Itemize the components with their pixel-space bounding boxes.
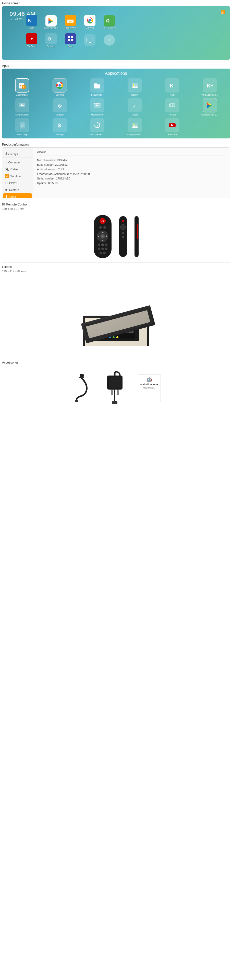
section-home-label: Home screen [0,0,232,6]
home-app-tv[interactable] [81,32,99,49]
home-app-filebrowser[interactable]: 📁 FileBrowser [61,13,80,30]
manual-subtitle-text: User Manual [144,387,155,389]
home-app-googleplay[interactable]: Google Play Store [42,13,60,30]
sidebar-item-about[interactable]: ℹ About [3,193,32,198]
sidebar-item-restore[interactable]: ↺ Restore [2,186,33,193]
android-logo: 🤖 [147,377,152,382]
giftbox-dims: 175 x 114 x 62 mm [2,270,230,273]
manual-title-text: Android TV BOX [140,383,158,386]
svg-rect-83 [117,390,119,395]
app-filebrowser[interactable]: FileBrowser [80,78,115,96]
home-app-apps[interactable]: Apps [61,32,80,49]
cable-icon: 🔌 [5,167,9,171]
apps-grid: APK+ AppInstaller Chrome [5,78,227,136]
sidebar-item-common[interactable]: ≡ Common [2,159,33,166]
home-app-kodi[interactable]: K Kodi [22,13,41,30]
wireless-label: Wireless [10,175,21,178]
svg-rect-79 [75,400,78,402]
svg-text:K: K [170,83,174,89]
about-header: About [37,150,226,156]
sidebar-item-cable[interactable]: 🔌 Cable [2,166,33,173]
app-kodi[interactable]: K Kodi [154,78,190,96]
app-pppoe[interactable]: PPPoE [154,98,190,116]
svg-rect-77 [80,374,84,377]
remote-power-button: ⏻ [99,218,106,224]
app-youtube[interactable]: YouTube [154,118,190,136]
common-label: Common [8,161,20,164]
home-app-memoryrecycle[interactable]: ♻ Memory Recycle [100,13,118,30]
svg-rect-40 [96,103,98,104]
svg-rect-86 [112,401,117,404]
svg-rect-85 [114,372,116,373]
remote-dpad: OK [97,231,108,242]
home-date: Sep 28, Wed [10,18,24,21]
sidebar-item-wireless[interactable]: 📶 Wireless [2,173,33,180]
app-wallpaper[interactable]: WallpaperPic... [117,118,152,136]
remote-side-view [134,216,139,257]
app-chrome[interactable]: Chrome [42,78,78,96]
remote-ok-button: OK [100,234,105,239]
info-uptime: Up time: 0:05:09 [37,181,226,185]
settings-sidebar: Settings ≡ Common 🔌 Cable 📶 Wireless ⊡ P… [2,148,33,198]
home-app-chrome[interactable]: Chrome [81,13,99,30]
info-serial: Serial number: 170824b50 [37,176,226,181]
app-music[interactable]: ♪ Music [117,98,152,116]
sidebar-item-pppoe[interactable]: ⊡ PPPoE [2,180,33,186]
svg-rect-15 [68,36,70,38]
section-giftbox-label: Giftbox [0,264,232,270]
svg-text:⚙: ⚙ [47,37,51,41]
svg-rect-16 [71,36,73,38]
giftbox-svg: TX3 mini [52,280,180,351]
svg-point-72 [117,336,118,338]
ir-remote-dims: 140 x 40 x 21 mm ⏻ OK [2,207,230,261]
power-adapter-svg [102,371,128,406]
cable-label: Cable [10,168,18,171]
svg-text:+: + [23,85,24,89]
product-container: Settings ≡ Common 🔌 Cable 📶 Wireless ⊡ P… [2,147,230,198]
restore-icon: ↺ [5,188,8,192]
svg-point-26 [58,84,61,87]
info-build: Build number: 20170822 [37,162,226,167]
about-icon: ℹ [6,195,7,198]
svg-point-37 [59,107,60,108]
svg-rect-18 [71,39,73,41]
usb-cable-item [72,373,92,404]
svg-text:♻: ♻ [106,18,110,24]
app-readlogs[interactable]: Read Logs [5,118,40,136]
home-screen-container: 09:46 AM Sep 28, Wed 📶 K Kodi Google Pla… [2,6,230,60]
remote-front-view: ⏻ OK [94,215,112,258]
user-manual-item: 🤖 Android TV BOX User Manual [138,374,161,402]
power-adapter-item [102,371,128,406]
home-app-settings[interactable]: ⚙ Settings [42,32,60,49]
svg-rect-17 [68,39,70,41]
app-googleplay[interactable]: Google Play S... [192,98,227,116]
svg-point-71 [112,336,115,338]
app-gallery[interactable]: Gallery [117,78,152,96]
settings-header: Settings [2,150,33,158]
svg-text:⚙: ⚙ [57,123,62,128]
info-model: Model number: TX3 Mini [37,158,226,162]
svg-rect-28 [94,85,100,89]
app-appinstaller[interactable]: APK+ AppInstaller [5,78,40,96]
remote-stick-view [119,216,127,257]
giftbox-section: 175 x 114 x 62 mm [2,270,230,356]
app-settings[interactable]: ⚙ Settings [42,118,78,136]
app-mediacenter[interactable]: Media Center [5,98,40,116]
svg-rect-29 [94,83,97,85]
svg-rect-39 [94,103,96,104]
app-update[interactable]: UPDATE&BA... [80,118,115,136]
accessories-images: 🤖 Android TV BOX User Manual [2,365,230,411]
app-miracast[interactable]: Miracast [42,98,78,116]
wifi-icon: 📶 [221,10,225,14]
pppoe-icon: ⊡ [5,181,8,185]
about-label: About [9,195,16,198]
section-accessories-label: Accessories [0,359,232,365]
home-app-add[interactable]: + [100,32,118,49]
app-kodiaddon[interactable]: K+ KodiAddonUp... [192,78,227,96]
svg-rect-19 [87,38,93,42]
app-movieplayer[interactable]: MoviePlayer [80,98,115,116]
apps-title: Applications [5,71,227,76]
home-app-youtube[interactable]: YouTube [22,32,41,49]
usb-cable-svg [72,373,92,404]
svg-text:📁: 📁 [69,20,72,23]
